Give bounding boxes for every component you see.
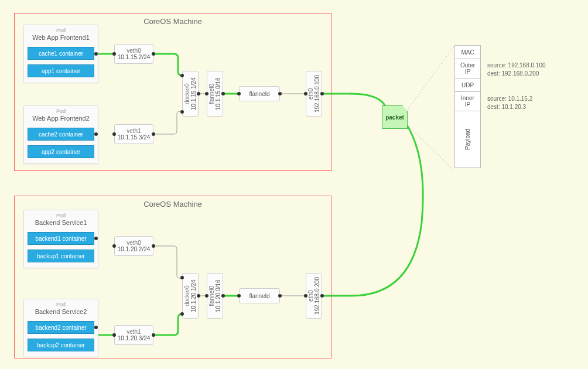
port [221, 294, 225, 298]
port [180, 312, 184, 316]
flanneld-m2: flanneld [239, 288, 280, 303]
iface-ip: 10.1.20.1/24 [190, 279, 197, 312]
veth0-m1: veth0 10.1.15.2/24 [114, 44, 153, 64]
port [94, 52, 98, 56]
container-backup2: backup2 container [28, 339, 94, 351]
port [112, 52, 116, 56]
pod-sub: Pod [56, 28, 66, 33]
pod-title: Backend Service2 [35, 308, 87, 315]
packet-udp: UDP [454, 78, 481, 92]
container-app2: app2 container [28, 145, 94, 158]
port [320, 92, 324, 95]
port [197, 92, 200, 95]
flanneld-label: flanneld [249, 91, 269, 97]
port [180, 276, 184, 279]
port [94, 237, 98, 240]
flanneld-m1: flanneld [239, 86, 280, 101]
port [237, 92, 241, 95]
container-app1: app1 container [28, 64, 94, 77]
port [237, 294, 241, 298]
flannel0-m2: flannel0 10.1.20.0/16 [207, 273, 223, 319]
port [278, 294, 282, 298]
iface-ip: 10.1.20.0/16 [215, 279, 221, 312]
port [94, 326, 98, 329]
packet-icon: packet [382, 105, 408, 129]
iface-ip: 10.1.20.3/24 [118, 335, 151, 341]
port [180, 110, 184, 114]
inner-source: source: 10.1.15.2 [487, 95, 532, 103]
port [197, 294, 200, 298]
pod-sub: Pod [56, 302, 66, 308]
docker0-m1: docker0 10.1.15.1/24 [182, 71, 199, 117]
iface-ip: 10.1.15.1/24 [190, 77, 197, 110]
port [320, 294, 324, 298]
port [94, 132, 98, 136]
flannel0-m1: flannel0 10.1.15.0/16 [207, 71, 223, 117]
veth1-m1: veth1 10.1.15.3/24 [114, 124, 153, 144]
port [304, 294, 307, 298]
iface-label: veth0 [127, 240, 141, 246]
port [152, 333, 155, 337]
flanneld-label: flanneld [249, 293, 269, 299]
iface-label: eth0 [307, 88, 314, 99]
port [152, 244, 155, 248]
eth0-m2: eth0 192.168.0.200 [306, 273, 322, 319]
docker0-m2: docker0 10.1.20.1/24 [182, 273, 199, 319]
port [112, 244, 116, 248]
veth0-m2: veth0 10.1.20.2/24 [114, 236, 153, 256]
port [278, 92, 282, 95]
port [152, 52, 155, 56]
outer-dest: dest: 192.168.0.200 [487, 70, 546, 78]
pod-sub: Pod [56, 108, 66, 114]
iface-label: veth1 [127, 128, 141, 134]
container-cache2: cache2 container [28, 128, 94, 141]
container-cache1: cache1 container [28, 47, 94, 60]
outer-source: source: 192.168.0.100 [487, 62, 546, 70]
outer-ip-annotation: source: 192.168.0.100 dest: 192.168.0.20… [487, 62, 546, 78]
pod-title: Backend Service1 [35, 219, 87, 226]
veth1-m2: veth1 10.1.20.3/24 [114, 325, 153, 345]
iface-label: veth1 [127, 329, 141, 335]
iface-label: veth0 [127, 47, 141, 54]
packet-outer-ip: Outer IP [454, 59, 481, 78]
port [152, 132, 155, 136]
iface-ip: 10.1.15.0/16 [215, 77, 221, 110]
port [112, 333, 116, 337]
port [205, 294, 208, 298]
port [304, 92, 307, 95]
container-backend2: backend2 container [28, 321, 94, 334]
iface-ip: 192.168.0.200 [314, 277, 320, 315]
container-backup1: backup1 container [28, 250, 94, 262]
iface-label: docker0 [184, 83, 190, 104]
packet-inner-ip: Inner IP [454, 91, 481, 111]
port [205, 92, 208, 95]
iface-ip: 192.168.0.100 [314, 75, 320, 112]
pod-sub: Pod [56, 213, 66, 218]
iface-label: eth0 [307, 290, 314, 301]
inner-ip-annotation: source: 10.1.15.2 dest: 10.1.20.3 [487, 95, 532, 111]
pod-title: Web App Frontend1 [32, 34, 90, 41]
packet-table: MAC Outer IP UDP Inner IP Payload [454, 46, 481, 168]
iface-ip: 10.1.15.3/24 [118, 134, 151, 141]
inner-dest: dest: 10.1.20.3 [487, 103, 532, 111]
machine-title: CoreOS Machine [143, 17, 202, 26]
iface-ip: 10.1.15.2/24 [118, 54, 151, 60]
pod-title: Web App Frontend2 [32, 115, 90, 122]
iface-label: flannel0 [208, 285, 215, 306]
packet-mac: MAC [454, 45, 481, 59]
iface-label: docker0 [184, 285, 190, 306]
packet-payload: Payload [454, 111, 481, 168]
packet-label: packet [385, 114, 404, 121]
eth0-m1: eth0 192.168.0.100 [306, 71, 322, 117]
port [221, 92, 225, 95]
iface-label: flannel0 [208, 83, 215, 104]
container-backend1: backend1 container [28, 232, 94, 245]
machine-title: CoreOS Machine [143, 200, 202, 209]
port [180, 74, 184, 77]
port [112, 132, 116, 136]
iface-ip: 10.1.20.2/24 [118, 246, 151, 252]
